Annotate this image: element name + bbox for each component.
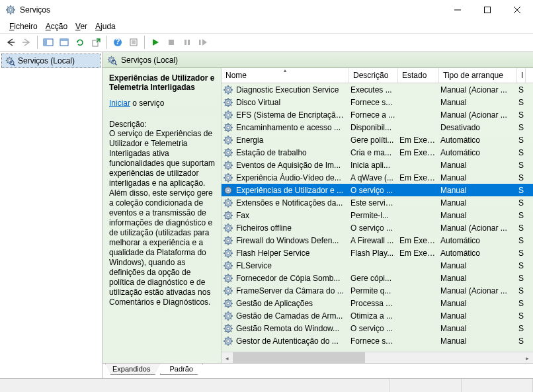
maximize-icon [484, 7, 491, 13]
cell-startup-type: Manual [440, 186, 518, 195]
gear-icon [223, 248, 233, 258]
export-list-button[interactable] [89, 35, 103, 50]
cell-name: Fornecedor de Cópia Somb... [235, 274, 350, 283]
cell-startup-type: Manual [440, 173, 518, 182]
cell-description: Gere políti... [350, 136, 399, 145]
cell-startup-type: Manual (Acionar ... [440, 223, 518, 233]
svg-rect-19 [60, 39, 68, 41]
service-row[interactable]: Gestão de AplicaçõesProcessa ...ManualS [222, 297, 533, 309]
view-tabs: Expandidos Padrão [102, 364, 533, 378]
cell-name: Experiência Áudio-Vídeo de... [235, 173, 350, 182]
column-state[interactable]: Estado [398, 68, 439, 83]
service-row[interactable]: Extensões e Notificações da...Este servi… [222, 196, 533, 209]
gear-icon [223, 235, 233, 246]
service-row[interactable]: Estação de trabalhoCria e ma...Em Exec..… [222, 146, 533, 159]
restart-icon [198, 38, 208, 46]
tree-node-services-local[interactable]: Serviços (Local) [1, 54, 101, 68]
service-row[interactable]: FLServiceManualS [222, 259, 533, 272]
column-description[interactable]: Descrição [349, 68, 398, 83]
gear-icon [223, 286, 233, 296]
refresh-icon [75, 38, 85, 47]
service-row[interactable]: Experiências de Utilizador e ...O serviç… [222, 184, 533, 196]
start-service-link[interactable]: Iniciar [109, 98, 130, 108]
show-hide-tree-button[interactable] [41, 35, 56, 50]
help-button[interactable]: ? [110, 35, 125, 50]
service-row[interactable]: Eventos de Aquisição de Im...Inicia apli… [222, 159, 533, 171]
horizontal-scrollbar[interactable]: ◂ ▸ [222, 352, 533, 363]
cell-description: Processa ... [350, 299, 399, 308]
tab-extended[interactable]: Expandidos [105, 364, 161, 375]
scroll-right-arrow[interactable]: ▸ [522, 352, 533, 363]
cell-name: Ficheiros offline [235, 223, 350, 233]
cell-logon: S [518, 274, 524, 283]
service-row[interactable]: FrameServer da Câmara do ...Permite q...… [222, 284, 533, 297]
cell-name: Gestor de Autenticação do ... [235, 336, 350, 346]
cell-startup-type: Manual (Acionar ... [440, 85, 518, 95]
menu-file[interactable]: Ficheiro [5, 20, 42, 32]
cell-description: A Firewall ... [350, 236, 399, 245]
forward-button[interactable] [19, 35, 34, 50]
stop-icon [167, 38, 175, 46]
service-row[interactable]: Disco VirtualFornece s...ManualS [222, 96, 533, 108]
menu-action[interactable]: Acção [42, 20, 71, 32]
close-icon [514, 7, 520, 13]
cell-startup-type: Manual [440, 274, 518, 283]
pause-service-button[interactable] [180, 35, 194, 50]
selected-service-name: Experiências de Utilizador e Telemetria … [109, 73, 216, 92]
start-service-button[interactable] [148, 35, 163, 50]
cell-description: Flash Play... [350, 249, 399, 258]
service-row[interactable]: Diagnostic Execution ServiceExecutes ...… [222, 83, 533, 96]
scroll-thumb[interactable] [233, 352, 365, 363]
service-row[interactable]: Firewall do Windows Defen...A Firewall .… [222, 234, 533, 247]
properties-button[interactable] [126, 35, 141, 50]
service-row[interactable]: EnergiaGere políti...Em Exec...Automátic… [222, 134, 533, 146]
cell-description: Fornece s... [350, 98, 399, 107]
service-row[interactable]: Encaminhamento e acesso ...Disponibil...… [222, 121, 533, 134]
cell-startup-type: Manual [440, 299, 518, 308]
close-button[interactable] [502, 0, 532, 20]
svg-rect-30 [199, 40, 201, 45]
cell-description: Cria e ma... [350, 148, 399, 157]
service-row[interactable]: FaxPermite-l...ManualS [222, 209, 533, 221]
service-row[interactable]: Gestor de Autenticação do ...Fornece s..… [222, 334, 533, 347]
cell-logon: S [518, 186, 524, 195]
restart-service-button[interactable] [196, 35, 210, 50]
cell-startup-type: Manual [440, 211, 518, 220]
cell-startup-type: Automático [440, 249, 518, 258]
cell-description: O serviço ... [350, 223, 399, 233]
cell-name: FrameServer da Câmara do ... [235, 286, 350, 295]
minimize-button[interactable] [442, 0, 472, 20]
tab-standard[interactable]: Padrão [160, 364, 203, 375]
service-row[interactable]: Fornecedor de Cópia Somb...Gere cópi...M… [222, 272, 533, 284]
service-row[interactable]: Gestão Remota do Window...O serviço ...M… [222, 322, 533, 334]
export-icon [91, 38, 101, 47]
list-header: Nome Descrição Estado Tipo de arranque I [222, 68, 533, 83]
service-row[interactable]: Flash Helper ServiceFlash Play...Em Exec… [222, 247, 533, 259]
cell-name: FLService [235, 261, 350, 270]
service-row[interactable]: EFS (Sistema de Encriptação...Fornece a … [222, 108, 533, 121]
cell-logon: S [518, 85, 524, 95]
statusbar [0, 378, 533, 392]
cell-startup-type: Manual [440, 336, 518, 346]
back-button[interactable] [3, 35, 18, 50]
service-row[interactable]: Ficheiros offlineO serviço ...Manual (Ac… [222, 221, 533, 234]
cell-startup-type: Manual [440, 311, 518, 321]
refresh-button[interactable] [73, 35, 87, 50]
stop-service-button[interactable] [164, 35, 179, 50]
properties-alt-button[interactable] [57, 35, 71, 50]
gear-magnifier-icon [106, 55, 117, 65]
menu-help[interactable]: Ajuda [91, 20, 120, 32]
description-label: Descrição: [109, 120, 216, 129]
column-name[interactable]: Nome [222, 68, 349, 83]
gear-icon [223, 198, 233, 208]
column-startup-type[interactable]: Tipo de arranque [439, 68, 517, 83]
service-row[interactable]: Gestão de Camadas de Arm...Otimiza a ...… [222, 309, 533, 322]
cell-logon: S [518, 336, 524, 346]
cell-name: Diagnostic Execution Service [235, 85, 350, 95]
column-logon[interactable]: I [517, 68, 526, 83]
menu-view[interactable]: Ver [71, 20, 91, 32]
service-row[interactable]: Experiência Áudio-Vídeo de...A qWave (..… [222, 171, 533, 184]
gear-icon [223, 210, 233, 221]
scroll-left-arrow[interactable]: ◂ [222, 352, 233, 363]
maximize-button[interactable] [472, 0, 502, 20]
